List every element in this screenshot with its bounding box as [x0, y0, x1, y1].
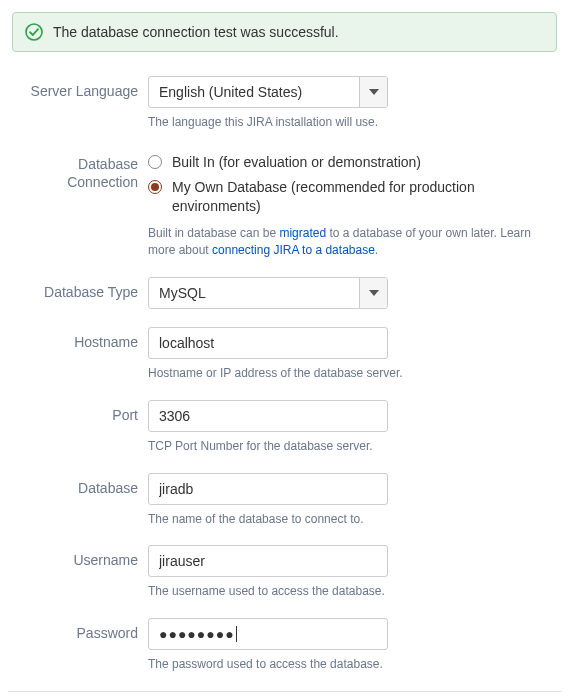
- port-label: Port: [8, 400, 148, 424]
- password-input[interactable]: ●●●●●●●●: [148, 618, 388, 650]
- connecting-link[interactable]: connecting JIRA to a database: [212, 243, 375, 257]
- text-caret-icon: [236, 626, 237, 642]
- password-label: Password: [8, 618, 148, 642]
- db-own-label: My Own Database (recommended for product…: [172, 178, 553, 216]
- database-label: Database: [8, 473, 148, 497]
- username-input[interactable]: [148, 545, 388, 577]
- db-type-value: MySQL: [149, 278, 359, 308]
- success-alert: The database connection test was success…: [12, 12, 557, 52]
- svg-point-0: [26, 24, 42, 40]
- caret-down-icon: [359, 77, 387, 107]
- divider: [8, 691, 561, 692]
- db-connection-builtin-option[interactable]: Built In (for evaluation or demonstratio…: [148, 153, 553, 172]
- caret-down-icon: [359, 278, 387, 308]
- check-circle-icon: [25, 23, 43, 41]
- db-type-label: Database Type: [8, 277, 148, 301]
- hostname-label: Hostname: [8, 327, 148, 351]
- db-builtin-label: Built In (for evaluation or demonstratio…: [172, 153, 421, 172]
- password-help: The password used to access the database…: [148, 656, 553, 673]
- username-help: The username used to access the database…: [148, 583, 553, 600]
- username-label: Username: [8, 545, 148, 569]
- server-language-help: The language this JIRA installation will…: [148, 114, 553, 131]
- radio-selected-icon: [148, 180, 162, 194]
- server-language-select[interactable]: English (United States): [148, 76, 388, 108]
- hostname-input[interactable]: [148, 327, 388, 359]
- db-connection-help: Built in database can be migrated to a d…: [148, 225, 553, 259]
- hostname-help: Hostname or IP address of the database s…: [148, 365, 553, 382]
- database-input[interactable]: [148, 473, 388, 505]
- server-language-label: Server Language: [8, 76, 148, 100]
- radio-icon: [148, 155, 162, 169]
- db-connection-own-option[interactable]: My Own Database (recommended for product…: [148, 178, 553, 216]
- db-type-select[interactable]: MySQL: [148, 277, 388, 309]
- migrated-link[interactable]: migrated: [279, 226, 326, 240]
- database-help: The name of the database to connect to.: [148, 511, 553, 528]
- success-message: The database connection test was success…: [53, 24, 339, 40]
- db-connection-label: Database Connection: [8, 149, 148, 191]
- server-language-value: English (United States): [149, 77, 359, 107]
- port-input[interactable]: [148, 400, 388, 432]
- port-help: TCP Port Number for the database server.: [148, 438, 553, 455]
